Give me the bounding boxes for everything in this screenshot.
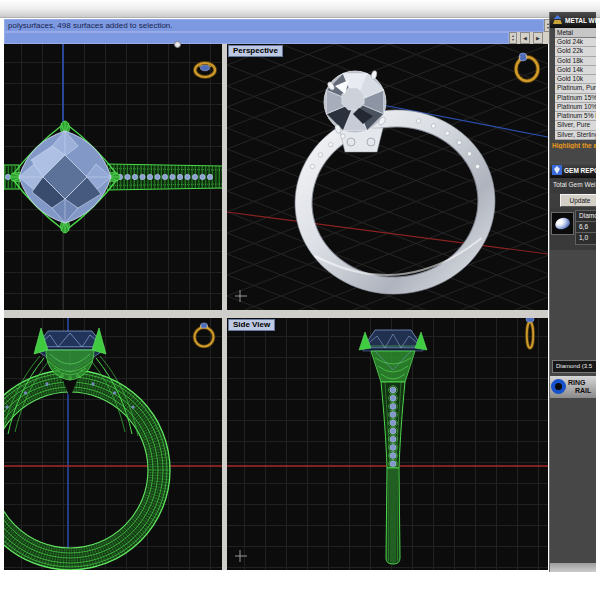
update-row: Update xyxy=(550,193,596,208)
viewport-front-view[interactable] xyxy=(4,318,222,570)
perspective-grid xyxy=(227,44,548,310)
metal-row[interactable]: Platinum 10% Irid xyxy=(555,103,596,112)
panel-footer xyxy=(550,563,596,572)
right-sidebar: METAL WEIGHTS Metal Gold 24k Gold 22k Go… xyxy=(549,12,596,572)
metal-row[interactable]: Gold 10k xyxy=(555,75,596,84)
metal-row[interactable]: Silver, Sterling [9 xyxy=(555,131,596,140)
window-top-strip xyxy=(0,0,600,18)
diamond-thumbnail-icon xyxy=(551,212,574,235)
ring-rail-header[interactable]: RING RAIL xyxy=(550,376,596,398)
viewport-top-view[interactable] xyxy=(4,44,222,310)
center-diamond xyxy=(324,71,386,133)
tab-perspective-label: Perspective xyxy=(233,46,278,55)
rail-label: RAIL xyxy=(575,387,591,394)
reference-ring-side[interactable] xyxy=(526,318,534,348)
blue-ring-icon xyxy=(551,379,566,394)
viewport-workspace: Perspective Side View xyxy=(4,44,548,570)
ring-label: RING xyxy=(568,379,586,386)
gem-report-header[interactable]: GEM REPORT xyxy=(550,162,596,178)
prompt-scroll-spinner[interactable]: ▲ ▼ xyxy=(509,32,517,44)
gem-selector-value: Diamond (3.5 xyxy=(556,363,592,369)
command-history-text: polysurfaces, 498 surfaces added to sele… xyxy=(8,21,173,30)
gem-size-cell: 6,6 xyxy=(575,222,596,234)
application-window: polysurfaces, 498 surfaces added to sele… xyxy=(0,0,600,600)
metal-row[interactable]: Gold 18k xyxy=(555,57,596,66)
prompt-scroll-left-icon[interactable]: ◀ xyxy=(520,32,530,44)
scale-icon xyxy=(552,12,563,29)
tab-perspective[interactable]: Perspective xyxy=(228,45,283,57)
side-diamond xyxy=(359,330,427,351)
prompt-scroll-right-icon[interactable]: ▶ xyxy=(533,32,543,44)
center-gem-top-view[interactable] xyxy=(19,131,111,223)
gem-report-title: GEM REPORT xyxy=(564,167,596,174)
viewport-perspective[interactable] xyxy=(227,44,548,310)
metal-row[interactable]: Platinum 15% Irid xyxy=(555,94,596,103)
metal-list: Metal Gold 24k Gold 22k Gold 18k Gold 14… xyxy=(555,28,596,140)
ring-front-view[interactable] xyxy=(4,328,170,570)
gem-name-cell: Diamond xyxy=(575,210,596,222)
perspective-canvas xyxy=(227,44,548,310)
metal-weights-header[interactable]: METAL WEIGHTS xyxy=(550,12,596,28)
gem-report-row[interactable]: Diamond 6,6 1,0 xyxy=(550,209,596,249)
reference-ring-top[interactable] xyxy=(195,63,215,77)
metal-weights-title: METAL WEIGHTS xyxy=(565,17,596,24)
metal-row[interactable]: Gold 22k xyxy=(555,47,596,56)
metal-row[interactable]: Platinum, Pure xyxy=(555,84,596,93)
ring-side-view[interactable] xyxy=(359,330,427,564)
diamond-stone-image xyxy=(554,216,572,231)
metal-row[interactable]: Gold 14k xyxy=(555,66,596,75)
gem-count-cell: 1,0 xyxy=(575,233,596,245)
cplane-indicator-icon xyxy=(235,550,247,562)
top-view-canvas xyxy=(4,44,222,310)
metal-column-header[interactable]: Metal xyxy=(555,28,596,38)
scroll-down-icon[interactable]: ▼ xyxy=(511,38,514,42)
gem-report-icon xyxy=(552,161,562,179)
viewport-side-view[interactable] xyxy=(227,318,548,570)
metal-row[interactable]: Silver, Pure xyxy=(555,121,596,130)
update-button[interactable]: Update xyxy=(560,194,596,207)
gem-selector-field[interactable]: Diamond (3.5 xyxy=(552,360,596,373)
front-view-canvas xyxy=(4,318,222,570)
tab-side-view[interactable]: Side View xyxy=(228,319,275,331)
metal-row[interactable]: Gold 24k xyxy=(555,38,596,47)
total-gem-weight-label: Total Gem Wei xyxy=(553,181,596,188)
reference-ring-front[interactable] xyxy=(195,323,214,347)
command-input[interactable] xyxy=(4,32,509,44)
command-history-bar[interactable]: polysurfaces, 498 surfaces added to sele… xyxy=(4,19,544,32)
gem-report-cells: Diamond 6,6 1,0 xyxy=(575,210,596,245)
side-view-canvas xyxy=(227,318,548,570)
tab-side-view-label: Side View xyxy=(233,320,270,329)
metal-hint-text: Highlight the a xyxy=(552,142,596,149)
metal-row[interactable]: Platinum 5% Irid xyxy=(555,112,596,121)
divider-handle[interactable] xyxy=(174,41,181,48)
